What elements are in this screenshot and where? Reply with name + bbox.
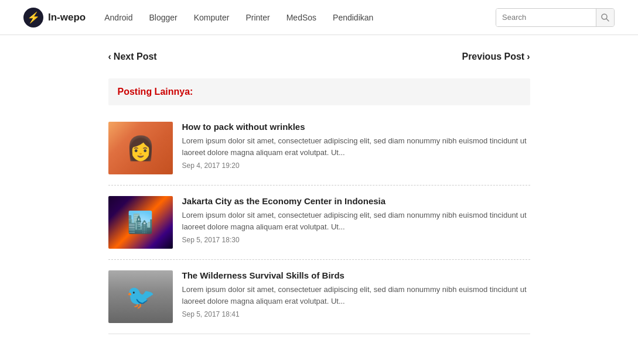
post-thumbnail-2 (108, 196, 173, 249)
list-item: Jakarta City as the Economy Center in In… (108, 186, 530, 260)
header: ⚡ In-wepo Android Blogger Komputer Print… (0, 0, 638, 35)
logo-text: In-wepo (48, 12, 86, 23)
search-input[interactable] (496, 9, 596, 26)
logo-icon: ⚡ (23, 8, 43, 28)
post-info-2: Jakarta City as the Economy Center in In… (182, 196, 530, 244)
previous-post-link[interactable]: Previous Post › (462, 51, 530, 62)
post-title-3[interactable]: The Wilderness Survival Skills of Birds (182, 270, 530, 280)
next-post-link[interactable]: ‹ Next Post (108, 51, 157, 62)
previous-post-label: Previous Post (462, 51, 524, 62)
post-date-1: Sep 4, 2017 19:20 (182, 162, 530, 170)
post-date-3: Sep 5, 2017 18:41 (182, 310, 530, 318)
svg-line-1 (606, 19, 609, 21)
post-list: How to pack without wrinkles Lorem ipsum… (108, 111, 530, 334)
next-post-label: Next Post (114, 51, 157, 62)
nav-item-komputer[interactable]: Komputer (187, 8, 237, 27)
nav-item-medsos[interactable]: MedSos (279, 8, 323, 27)
list-item: The Wilderness Survival Skills of Birds … (108, 260, 530, 334)
nav-links: Android Blogger Komputer Printer MedSos … (97, 8, 496, 27)
search-button[interactable] (596, 9, 614, 26)
posting-lainnya-title: Posting Lainnya: (118, 87, 193, 97)
search-area (496, 8, 615, 27)
post-excerpt-3: Lorem ipsum dolor sit amet, consectetuer… (182, 284, 530, 307)
post-thumbnail-3 (108, 270, 173, 323)
post-excerpt-1: Lorem ipsum dolor sit amet, consectetuer… (182, 135, 530, 158)
next-chevron: ‹ (108, 51, 111, 62)
nav-item-android[interactable]: Android (97, 8, 139, 27)
posting-lainnya-header: Posting Lainnya: (108, 78, 530, 105)
post-info-1: How to pack without wrinkles Lorem ipsum… (182, 122, 530, 170)
previous-chevron: › (527, 51, 530, 62)
nav-item-blogger[interactable]: Blogger (142, 8, 184, 27)
post-title-2[interactable]: Jakarta City as the Economy Center in In… (182, 196, 530, 206)
post-info-3: The Wilderness Survival Skills of Birds … (182, 270, 530, 318)
post-excerpt-2: Lorem ipsum dolor sit amet, consectetuer… (182, 210, 530, 232)
post-thumbnail-1 (108, 122, 173, 174)
search-icon (601, 13, 609, 22)
main-content: Posting Lainnya: How to pack without wri… (62, 78, 577, 358)
nav-item-printer[interactable]: Printer (238, 8, 277, 27)
post-navigation: ‹ Next Post Previous Post › (62, 35, 577, 78)
list-item: How to pack without wrinkles Lorem ipsum… (108, 111, 530, 186)
nav-item-pendidikan[interactable]: Pendidikan (326, 8, 380, 27)
logo-link[interactable]: ⚡ In-wepo (23, 8, 86, 28)
post-date-2: Sep 5, 2017 18:30 (182, 236, 530, 244)
post-title-1[interactable]: How to pack without wrinkles (182, 122, 530, 132)
